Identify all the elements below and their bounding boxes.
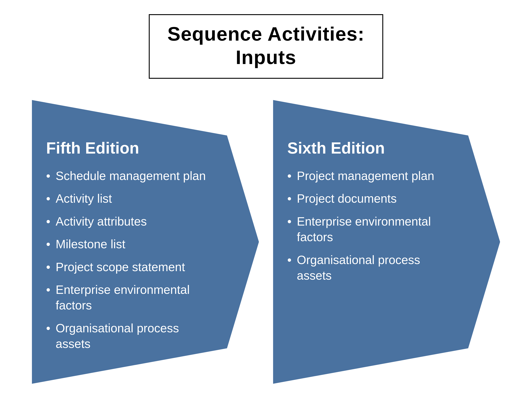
list-item: Organisational process assets xyxy=(287,252,452,283)
list-item: Project documents xyxy=(287,191,452,206)
fifth-edition-title: Fifth Edition xyxy=(46,139,211,157)
list-item: Project scope statement xyxy=(46,259,211,275)
list-item: Activity list xyxy=(46,191,211,206)
page-title: Sequence Activities: Inputs xyxy=(167,22,365,69)
list-item: Project management plan xyxy=(287,168,452,184)
sixth-edition-container: Sixth Edition Project management plan Pr… xyxy=(273,100,500,384)
title-line2: Inputs xyxy=(236,46,296,68)
list-item: Enterprise environmental factors xyxy=(287,214,452,245)
list-item: Milestone list xyxy=(46,236,211,252)
title-line1: Sequence Activities: xyxy=(167,23,365,45)
list-item: Organisational process assets xyxy=(46,320,211,352)
list-item: Schedule management plan xyxy=(46,168,211,184)
list-item: Enterprise environmental factors xyxy=(46,282,211,313)
fifth-edition-list: Schedule management plan Activity list A… xyxy=(46,168,211,359)
fifth-edition-container: Fifth Edition Schedule management plan A… xyxy=(32,100,259,384)
content-area: Fifth Edition Schedule management plan A… xyxy=(0,100,532,384)
page-container: Sequence Activities: Inputs Fifth Editio… xyxy=(0,0,532,399)
sixth-edition-list: Project management plan Project document… xyxy=(287,168,452,290)
sixth-edition-content: Sixth Edition Project management plan Pr… xyxy=(273,100,466,384)
sixth-edition-title: Sixth Edition xyxy=(287,139,452,157)
fifth-edition-content: Fifth Edition Schedule management plan A… xyxy=(32,100,225,384)
list-item: Activity attributes xyxy=(46,214,211,229)
title-box: Sequence Activities: Inputs xyxy=(149,14,383,79)
